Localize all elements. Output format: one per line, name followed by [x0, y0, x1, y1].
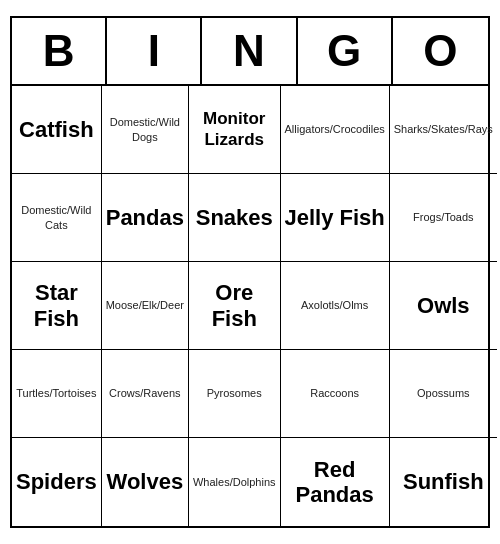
bingo-cell: Alligators/Crocodiles: [281, 86, 390, 174]
cell-label: Domestic/Wild Cats: [16, 203, 97, 232]
cell-label: Wolves: [107, 469, 184, 494]
cell-label: Ore Fish: [193, 280, 276, 331]
bingo-cell: Raccoons: [281, 350, 390, 438]
bingo-card: BINGO CatfishDomestic/Wild DogsMonitor L…: [10, 16, 490, 528]
cell-label: Spiders: [16, 469, 97, 494]
bingo-cell: Spiders: [12, 438, 102, 526]
cell-label: Sunfish: [403, 469, 484, 494]
cell-label: Axolotls/Olms: [301, 298, 368, 312]
bingo-cell: Monitor Lizards: [189, 86, 281, 174]
bingo-grid: CatfishDomestic/Wild DogsMonitor Lizards…: [12, 86, 488, 526]
cell-label: Jelly Fish: [285, 205, 385, 230]
cell-label: Frogs/Toads: [413, 210, 474, 224]
bingo-cell: Domestic/Wild Cats: [12, 174, 102, 262]
cell-label: Crows/Ravens: [109, 386, 181, 400]
bingo-cell: Pandas: [102, 174, 189, 262]
cell-label: Opossums: [417, 386, 470, 400]
header-letter: O: [393, 18, 488, 84]
bingo-cell: Snakes: [189, 174, 281, 262]
cell-label: Pyrosomes: [207, 386, 262, 400]
bingo-cell: Opossums: [390, 350, 497, 438]
bingo-cell: Red Pandas: [281, 438, 390, 526]
cell-label: Snakes: [196, 205, 273, 230]
header-letter: I: [107, 18, 202, 84]
bingo-cell: Sunfish: [390, 438, 497, 526]
header-letter: N: [202, 18, 297, 84]
bingo-cell: Whales/Dolphins: [189, 438, 281, 526]
cell-label: Pandas: [106, 205, 184, 230]
cell-label: Whales/Dolphins: [193, 475, 276, 489]
cell-label: Red Pandas: [285, 457, 385, 508]
bingo-cell: Ore Fish: [189, 262, 281, 350]
cell-label: Catfish: [19, 117, 94, 142]
bingo-cell: Catfish: [12, 86, 102, 174]
bingo-cell: Jelly Fish: [281, 174, 390, 262]
header-letter: G: [298, 18, 393, 84]
bingo-cell: Sharks/Skates/Rays: [390, 86, 497, 174]
bingo-cell: Star Fish: [12, 262, 102, 350]
bingo-cell: Turtles/Tortoises: [12, 350, 102, 438]
bingo-cell: Owls: [390, 262, 497, 350]
cell-label: Turtles/Tortoises: [16, 386, 96, 400]
bingo-cell: Pyrosomes: [189, 350, 281, 438]
cell-label: Sharks/Skates/Rays: [394, 122, 493, 136]
header-letter: B: [12, 18, 107, 84]
cell-label: Domestic/Wild Dogs: [106, 115, 184, 144]
cell-label: Monitor Lizards: [193, 109, 276, 150]
cell-label: Raccoons: [310, 386, 359, 400]
bingo-cell: Domestic/Wild Dogs: [102, 86, 189, 174]
bingo-header: BINGO: [12, 18, 488, 86]
bingo-cell: Moose/Elk/Deer: [102, 262, 189, 350]
cell-label: Star Fish: [16, 280, 97, 331]
cell-label: Moose/Elk/Deer: [106, 298, 184, 312]
bingo-cell: Axolotls/Olms: [281, 262, 390, 350]
bingo-cell: Frogs/Toads: [390, 174, 497, 262]
cell-label: Owls: [417, 293, 470, 318]
cell-label: Alligators/Crocodiles: [285, 122, 385, 136]
bingo-cell: Wolves: [102, 438, 189, 526]
bingo-cell: Crows/Ravens: [102, 350, 189, 438]
